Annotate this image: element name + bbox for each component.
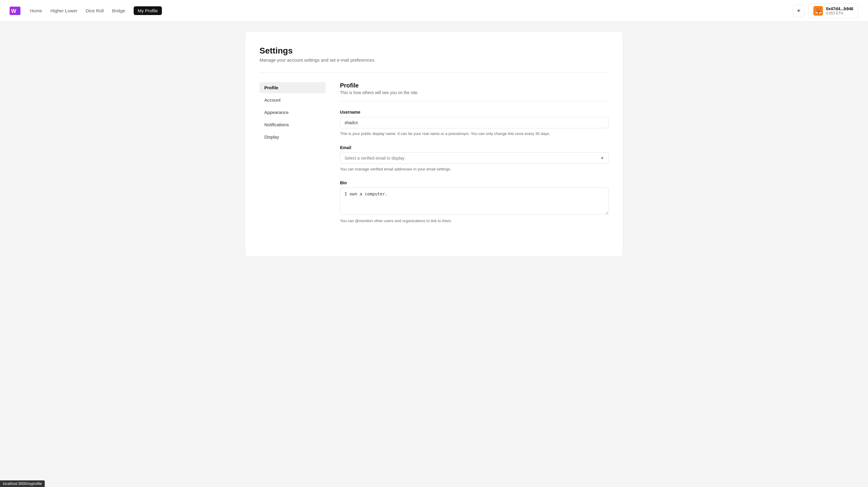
nav-link-higher-lower[interactable]: Higher Lower [51, 8, 77, 13]
nav-link-my-profile[interactable]: My Profile [134, 6, 162, 15]
profile-section-subtitle: This is how others will see you on the s… [340, 90, 609, 95]
settings-body: Profile Account Appearance Notifications… [259, 82, 609, 232]
profile-section-divider [340, 101, 609, 101]
navbar: W Home Higher Lower Dice Roll Bridge My … [0, 0, 868, 22]
nav-link-home[interactable]: Home [30, 8, 42, 13]
username-hint: This is your public display name. It can… [340, 131, 609, 137]
sidebar-item-appearance[interactable]: Appearance [259, 107, 326, 118]
wallet-info: 0x47d4...b946 0.653 ETH [826, 6, 853, 15]
nav-links: Home Higher Lower Dice Roll Bridge My Pr… [30, 8, 162, 13]
metamask-icon: 🦊 [813, 6, 823, 16]
email-select-wrapper: Select a verified email to display ▼ [340, 152, 609, 164]
username-label: Username [340, 110, 609, 115]
nav-item-dice-roll[interactable]: Dice Roll [86, 8, 104, 13]
bio-textarea[interactable] [340, 188, 609, 214]
settings-container: Settings Manage your account settings an… [245, 31, 623, 257]
settings-subtitle: Manage your account settings and set e-m… [259, 57, 609, 62]
svg-text:W: W [11, 8, 16, 14]
username-group: Username This is your public display nam… [340, 110, 609, 137]
nav-item-home[interactable]: Home [30, 8, 42, 13]
sidebar-item-account[interactable]: Account [259, 94, 326, 106]
logo-icon: W [10, 7, 21, 15]
email-select[interactable]: Select a verified email to display [340, 152, 609, 164]
logo: W [10, 7, 21, 15]
profile-section-title: Profile [340, 82, 609, 89]
email-hint: You can manage verified email addresses … [340, 166, 609, 172]
settings-form: Profile This is how others will see you … [340, 82, 609, 232]
svg-text:🦊: 🦊 [815, 8, 822, 15]
sidebar-item-profile[interactable]: Profile [259, 82, 326, 93]
email-group: Email Select a verified email to display… [340, 145, 609, 172]
navbar-left: W Home Higher Lower Dice Roll Bridge My … [10, 7, 162, 15]
settings-sidebar: Profile Account Appearance Notifications… [259, 82, 326, 232]
sidebar-item-display[interactable]: Display [259, 132, 326, 143]
settings-title: Settings [259, 46, 609, 56]
sidebar-item-notifications[interactable]: Notifications [259, 119, 326, 130]
bio-group: Bio You can @mention other users and org… [340, 180, 609, 224]
nav-item-my-profile[interactable]: My Profile [134, 8, 162, 13]
navbar-right: ☀ 🦊 0x47d4...b946 0.653 ETH [793, 3, 858, 18]
nav-item-bridge[interactable]: Bridge [112, 8, 125, 13]
settings-header-divider [259, 72, 609, 73]
sun-icon: ☀ [796, 7, 801, 14]
nav-link-dice-roll[interactable]: Dice Roll [86, 8, 104, 13]
bio-label: Bio [340, 180, 609, 185]
wallet-balance: 0.653 ETH [826, 11, 843, 15]
wallet-address: 0x47d4...b946 [826, 6, 853, 11]
wallet-button[interactable]: 🦊 0x47d4...b946 0.653 ETH [808, 3, 858, 18]
username-input[interactable] [340, 117, 609, 128]
bio-hint: You can @mention other users and organiz… [340, 218, 609, 224]
email-label: Email [340, 145, 609, 150]
theme-toggle-button[interactable]: ☀ [793, 5, 805, 17]
nav-link-bridge[interactable]: Bridge [112, 8, 125, 13]
nav-item-higher-lower[interactable]: Higher Lower [51, 8, 77, 13]
